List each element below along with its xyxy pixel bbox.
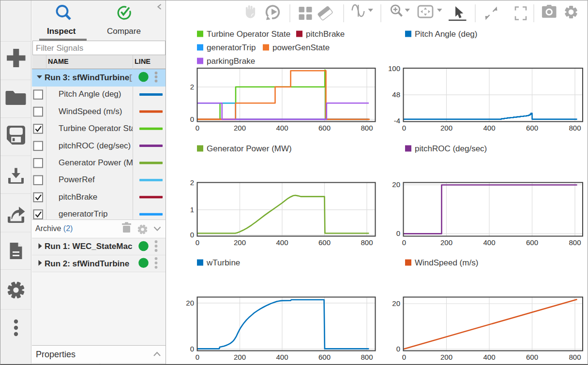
svg-text:800: 800 xyxy=(361,238,373,247)
svg-text:0: 0 xyxy=(396,345,400,353)
svg-text:0: 0 xyxy=(190,231,194,239)
svg-text:1: 1 xyxy=(190,205,194,214)
svg-text:600: 600 xyxy=(526,238,538,247)
svg-text:parkingBrake: parkingBrake xyxy=(207,57,255,66)
svg-text:800: 800 xyxy=(569,353,581,361)
svg-text:0: 0 xyxy=(402,238,406,247)
svg-text:200: 200 xyxy=(440,353,452,361)
svg-text:WindSpeed (m/s): WindSpeed (m/s) xyxy=(415,258,478,267)
svg-text:400: 400 xyxy=(276,238,288,247)
svg-text:2: 2 xyxy=(190,178,194,187)
svg-text:0: 0 xyxy=(196,238,199,247)
svg-text:0: 0 xyxy=(190,115,194,123)
svg-text:200: 200 xyxy=(234,238,246,247)
svg-text:200: 200 xyxy=(440,238,452,247)
svg-text:0: 0 xyxy=(190,345,194,353)
svg-text:600: 600 xyxy=(526,124,538,132)
svg-text:600: 600 xyxy=(318,124,331,132)
svg-text:20: 20 xyxy=(392,299,400,307)
svg-text:Turbine Operator State: Turbine Operator State xyxy=(207,29,290,39)
svg-text:48: 48 xyxy=(392,90,400,99)
svg-text:0: 0 xyxy=(402,124,406,132)
svg-text:400: 400 xyxy=(483,238,495,247)
svg-text:100: 100 xyxy=(388,64,400,73)
svg-text:600: 600 xyxy=(318,238,331,247)
svg-text:generatorTrip: generatorTrip xyxy=(207,43,256,52)
svg-text:400: 400 xyxy=(483,353,495,361)
svg-text:wTurbine: wTurbine xyxy=(206,258,240,267)
svg-text:400: 400 xyxy=(276,353,288,361)
svg-text:800: 800 xyxy=(569,238,581,247)
svg-text:0: 0 xyxy=(196,353,199,361)
svg-text:Pitch Angle (deg): Pitch Angle (deg) xyxy=(415,29,477,39)
svg-text:400: 400 xyxy=(276,124,288,132)
svg-text:20: 20 xyxy=(186,299,194,307)
svg-text:800: 800 xyxy=(361,353,373,361)
svg-text:pitchBrake: pitchBrake xyxy=(306,29,345,39)
svg-text:-4: -4 xyxy=(394,117,400,125)
svg-text:0: 0 xyxy=(396,229,400,237)
svg-text:20: 20 xyxy=(392,180,400,189)
svg-text:600: 600 xyxy=(526,353,538,361)
svg-text:800: 800 xyxy=(361,124,373,132)
svg-text:200: 200 xyxy=(234,124,246,132)
svg-text:Generator Power (MW): Generator Power (MW) xyxy=(207,144,292,153)
svg-text:200: 200 xyxy=(440,124,452,132)
svg-text:2: 2 xyxy=(190,83,194,91)
svg-text:600: 600 xyxy=(318,353,331,361)
svg-text:0: 0 xyxy=(196,124,199,132)
svg-text:pitchROC (deg/sec): pitchROC (deg/sec) xyxy=(415,144,487,153)
svg-text:400: 400 xyxy=(483,124,495,132)
svg-text:200: 200 xyxy=(234,353,246,361)
svg-text:powerGenState: powerGenState xyxy=(272,43,330,52)
svg-text:0: 0 xyxy=(402,353,406,361)
svg-text:800: 800 xyxy=(569,124,581,132)
